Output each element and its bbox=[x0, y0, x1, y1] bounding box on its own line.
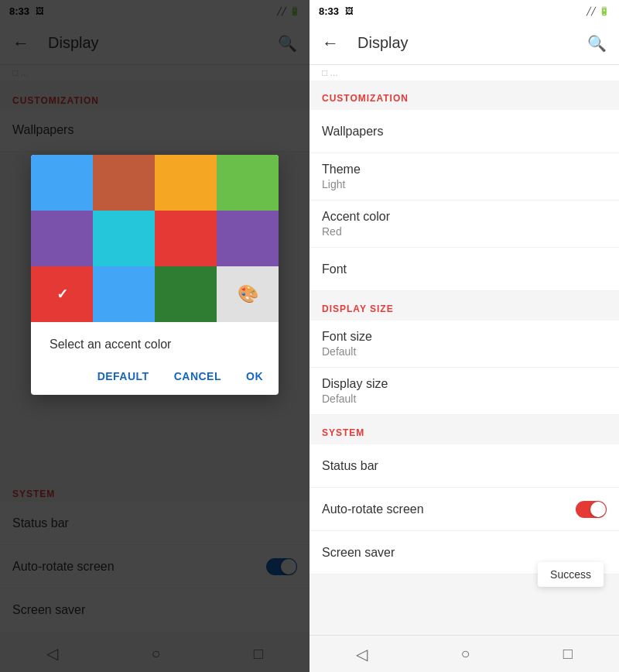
color-cell-darkgreen[interactable] bbox=[155, 266, 217, 322]
right-toolbar-title: Display bbox=[357, 34, 409, 52]
autorotate-toggle[interactable] bbox=[576, 501, 607, 518]
color-cell-purple2[interactable] bbox=[217, 211, 279, 266]
right-wallpapers-item[interactable]: Wallpapers bbox=[310, 110, 619, 153]
color-cell-red[interactable] bbox=[155, 211, 217, 266]
right-back-icon[interactable]: ← bbox=[322, 33, 339, 53]
color-cell-brown[interactable] bbox=[93, 155, 155, 211]
right-accent-item[interactable]: Accent color Red bbox=[310, 201, 619, 248]
right-panel: 8:33 🖼 ╱╱ 🔋 ← Display 🔍 □ ... CUSTOMIZAT… bbox=[310, 0, 619, 672]
right-customization-label: CUSTOMIZATION bbox=[310, 81, 619, 110]
color-cell-purple[interactable] bbox=[31, 211, 93, 266]
right-status-bar: 8:33 🖼 ╱╱ 🔋 bbox=[310, 0, 619, 22]
color-cell-custom[interactable]: 🎨 bbox=[217, 266, 279, 322]
dialog-body: Select an accent color bbox=[31, 322, 279, 358]
palette-icon: 🎨 bbox=[238, 284, 258, 304]
color-cell-red-selected[interactable]: ✓ bbox=[31, 266, 93, 322]
right-time: 8:33 bbox=[319, 5, 339, 17]
right-autorotate-item[interactable]: Auto-rotate screen bbox=[310, 488, 619, 531]
right-system-label: SYSTEM bbox=[310, 415, 619, 444]
success-tooltip: Success bbox=[538, 562, 604, 587]
dialog-actions: DEFAULT CANCEL OK bbox=[31, 358, 279, 395]
right-display-size-label: DISPLAY SIZE bbox=[310, 291, 619, 321]
left-panel: 8:33 🖼 ╱╱ 🔋 ← Display 🔍 □ ... CUSTOMIZAT… bbox=[0, 0, 310, 672]
right-font-size-item[interactable]: Font size Default bbox=[310, 321, 619, 368]
right-nav-bar: ◁ ○ □ bbox=[310, 635, 619, 672]
dialog-title: Select an accent color bbox=[50, 338, 171, 351]
color-cell-blue2[interactable] bbox=[93, 266, 155, 322]
right-theme-item[interactable]: Theme Light bbox=[310, 153, 619, 201]
check-icon: ✓ bbox=[56, 286, 68, 303]
right-toolbar: ← Display 🔍 bbox=[310, 22, 619, 65]
right-content: □ ... CUSTOMIZATION Wallpapers Theme Lig… bbox=[310, 65, 619, 635]
right-nav-recent[interactable]: □ bbox=[563, 645, 573, 663]
right-battery: 🔋 bbox=[599, 6, 610, 16]
color-grid: ✓ 🎨 bbox=[31, 155, 279, 322]
right-display-size-item[interactable]: Display size Default bbox=[310, 368, 619, 415]
cancel-button[interactable]: CANCEL bbox=[165, 364, 231, 389]
right-nav-back[interactable]: ◁ bbox=[356, 645, 368, 663]
dialog-overlay: ✓ 🎨 Select an accent color DEFAULT CANCE… bbox=[0, 0, 310, 672]
right-nav-home[interactable]: ○ bbox=[460, 645, 470, 663]
color-cell-blue[interactable] bbox=[31, 155, 93, 211]
right-signal-slash: ╱╱ bbox=[587, 7, 596, 15]
right-search-icon[interactable]: 🔍 bbox=[587, 34, 607, 53]
right-partial-item: □ ... bbox=[310, 65, 619, 81]
color-cell-orange[interactable] bbox=[155, 155, 217, 211]
accent-color-dialog[interactable]: ✓ 🎨 Select an accent color DEFAULT CANCE… bbox=[31, 155, 279, 395]
right-font-item[interactable]: Font bbox=[310, 248, 619, 291]
right-notification-icon: 🖼 bbox=[345, 6, 354, 15]
color-cell-cyan[interactable] bbox=[93, 211, 155, 266]
ok-button[interactable]: OK bbox=[237, 364, 272, 389]
default-button[interactable]: DEFAULT bbox=[88, 364, 159, 389]
right-status-bar-item[interactable]: Status bar bbox=[310, 444, 619, 488]
color-cell-green[interactable] bbox=[217, 155, 279, 211]
